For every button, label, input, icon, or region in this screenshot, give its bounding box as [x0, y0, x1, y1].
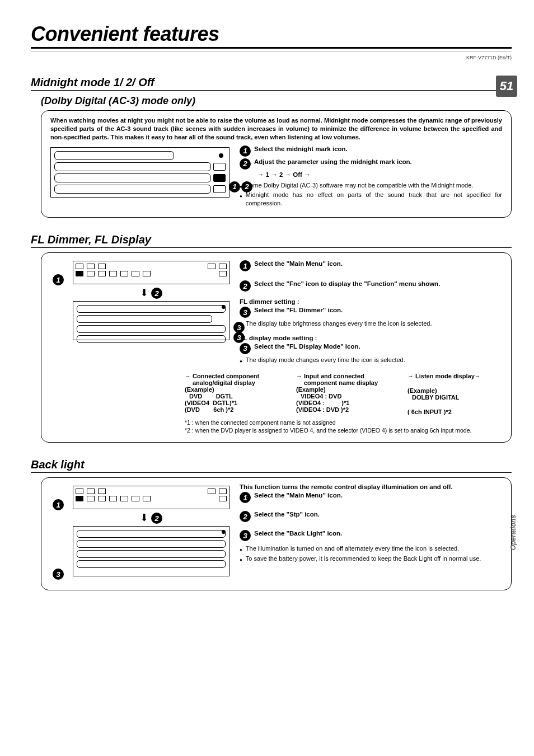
fl-col2-l2: (VIDEO4 : )*1 — [296, 400, 391, 406]
side-section-tab: Operations — [509, 515, 517, 550]
midnight-step2: Adjust the parameter using the midnight … — [254, 158, 412, 165]
midnight-sequence: → 1 → 2 → Off → — [257, 171, 502, 178]
bl-step-bubble-1: 1 — [240, 492, 251, 503]
fl-remote-body: 3 3 — [73, 301, 229, 340]
bl-callout-3: 3 — [53, 569, 64, 580]
midnight-note1: Some Dolby Digital (AC-3) software may n… — [246, 181, 474, 190]
backlight-step2: Select the "Stp" icon. — [254, 511, 320, 518]
page-number-tab: 51 — [496, 76, 517, 97]
fl-display-head: FL display mode setting : — [240, 335, 502, 341]
bullet-icon — [240, 356, 242, 364]
bl-step-bubble-2: 2 — [240, 511, 251, 522]
bullet-icon — [240, 555, 242, 563]
midnight-heading: Midnight mode 1/ 2/ Off — [31, 76, 512, 91]
step-bubble-1: 1 — [240, 145, 251, 157]
fl-footnote1: *1 : when the connected component name i… — [185, 419, 502, 426]
fl-col3-l3: ( 6ch INPUT )*2 — [407, 408, 502, 415]
backlight-box: 1 ⬇ 2 3 This function turns the remote c… — [41, 477, 512, 590]
bl-remote-screen — [73, 486, 229, 509]
fl-step-bubble-3a: 3 — [240, 307, 251, 318]
title-rule-thick — [31, 47, 512, 49]
fl-step2: Select the "Fnc" icon to display the "Fu… — [254, 280, 440, 287]
fl-display-note: The display mode changes every time the … — [246, 356, 405, 364]
step-bubble-2: 2 — [240, 158, 251, 170]
fl-col3-h1: Listen mode display→ — [415, 373, 481, 379]
fl-dimmer-note: The display tube brightness changes ever… — [246, 320, 432, 328]
callout-2: 2 — [241, 181, 252, 192]
fl-box: 1 ⬇ 2 3 3 1Select the "Main Menu" icon. … — [41, 252, 512, 443]
bl-remote-body — [73, 526, 229, 576]
fl-col1-l3: (DVD 6ch )*2 — [185, 406, 279, 413]
backlight-note2: To save the battery power, it is recomme… — [246, 555, 481, 563]
callout-1: 1 — [229, 181, 240, 192]
backlight-heading: Back light — [31, 458, 512, 473]
backlight-step3: Select the "Back Light" icon. — [254, 530, 342, 537]
fl-col2-l1: VIDEO4 : DVD — [301, 393, 391, 400]
fl-remote-screen-1 — [73, 261, 229, 284]
fl-step3b: Select the "FL Display Mode" icon. — [254, 343, 360, 350]
document-id: KRF-V7771D (En/T) — [31, 55, 512, 60]
fl-step-bubble-3b: 3 — [240, 343, 251, 354]
bullet-icon — [240, 320, 242, 328]
fl-callout-1: 1 — [53, 274, 64, 285]
fl-col2-h2: component name display — [304, 379, 391, 386]
backlight-note1: The illumination is turned on and off al… — [246, 544, 459, 553]
bullet-icon — [240, 544, 242, 553]
fl-col1-h2: analog/digital display — [193, 379, 279, 386]
title-rule-thin — [31, 51, 512, 51]
fl-col1-example: (Example) — [185, 386, 279, 393]
fl-step-bubble-2: 2 — [240, 280, 251, 292]
fl-col3-l1: DOLBY DIGITAL — [412, 394, 502, 401]
fl-col3-example: (Example) — [407, 387, 502, 394]
bl-callout-2: 2 — [151, 513, 162, 524]
fl-step3a: Select the "FL Dimmer" icon. — [254, 307, 343, 313]
bl-step-bubble-3: 3 — [240, 530, 251, 541]
fl-heading: FL Dimmer, FL Display — [31, 233, 512, 248]
fl-display-modes-table: Connected component analog/digital displ… — [185, 373, 502, 415]
backlight-step1: Select the "Main Menu" icon. — [254, 492, 343, 499]
fl-step1: Select the "Main Menu" icon. — [254, 260, 343, 267]
midnight-note2: Midnight mode has no effect on parts of … — [246, 191, 502, 208]
midnight-box: When watching movies at night you might … — [41, 110, 512, 218]
midnight-step1: Select the midnight mark icon. — [254, 145, 348, 152]
midnight-intro: When watching movies at night you might … — [50, 116, 502, 142]
bullet-icon — [240, 191, 242, 208]
midnight-subheading: (Dolby Digital (AC-3) mode only) — [41, 95, 512, 107]
fl-col2-example: (Example) — [296, 386, 391, 393]
fl-col1-l1: DVD DGTL — [189, 393, 279, 400]
fl-footnote2: *2 : when the DVD player is assigned to … — [185, 426, 502, 434]
down-arrow-icon: ⬇ 2 — [73, 287, 229, 299]
midnight-lcd-figure: 1 2 — [50, 147, 229, 198]
fl-col2-l3: (VIDEO4 : DVD )*2 — [296, 406, 391, 413]
fl-col1-l2: (VIDEO4 DGTL)*1 — [185, 400, 279, 406]
fl-col2-h1: Input and connected — [304, 373, 364, 379]
page-title: Convenient features — [31, 22, 512, 46]
fl-step-bubble-1: 1 — [240, 260, 251, 271]
fl-col1-h1: Connected component — [193, 373, 259, 379]
backlight-intro: This function turns the remote control d… — [240, 483, 502, 490]
down-arrow-icon: ⬇ 2 — [73, 511, 229, 524]
fl-dimmer-head: FL dimmer setting : — [240, 298, 502, 305]
bl-callout-1: 1 — [53, 499, 64, 510]
fl-callout-2: 2 — [151, 288, 162, 299]
